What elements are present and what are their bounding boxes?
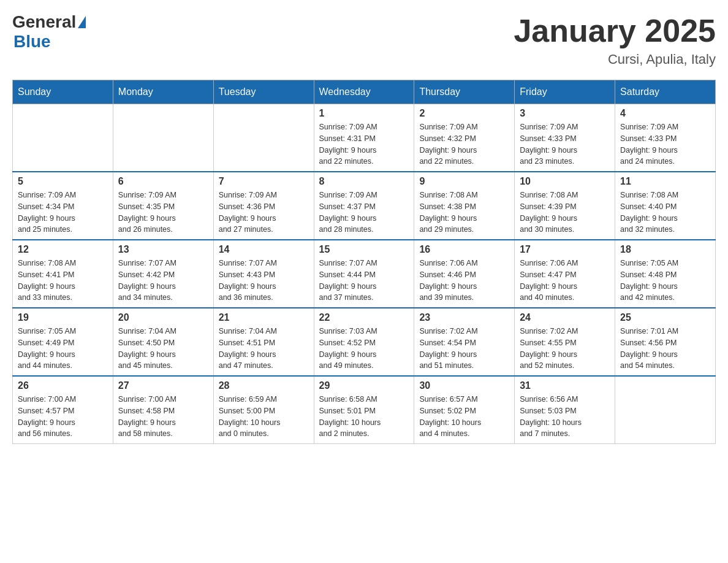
day-info: Sunrise: 6:57 AM Sunset: 5:02 PM Dayligh… <box>419 394 509 440</box>
calendar-cell <box>615 376 716 444</box>
calendar-cell: 13Sunrise: 7:07 AM Sunset: 4:42 PM Dayli… <box>113 240 213 308</box>
day-number: 17 <box>520 244 610 255</box>
calendar-cell: 26Sunrise: 7:00 AM Sunset: 4:57 PM Dayli… <box>13 376 113 444</box>
day-number: 7 <box>219 176 309 187</box>
calendar-cell: 28Sunrise: 6:59 AM Sunset: 5:00 PM Dayli… <box>213 376 314 444</box>
day-info: Sunrise: 7:07 AM Sunset: 4:43 PM Dayligh… <box>219 258 309 304</box>
day-number: 5 <box>18 176 108 187</box>
day-info: Sunrise: 7:01 AM Sunset: 4:56 PM Dayligh… <box>620 326 710 372</box>
calendar-cell: 5Sunrise: 7:09 AM Sunset: 4:34 PM Daylig… <box>13 172 113 240</box>
weekday-header-friday: Friday <box>515 80 615 104</box>
calendar-cell: 25Sunrise: 7:01 AM Sunset: 4:56 PM Dayli… <box>615 308 716 376</box>
day-number: 27 <box>118 380 208 391</box>
day-number: 3 <box>520 108 610 119</box>
day-info: Sunrise: 7:02 AM Sunset: 4:54 PM Dayligh… <box>419 326 509 372</box>
day-number: 12 <box>18 244 108 255</box>
calendar-cell: 1Sunrise: 7:09 AM Sunset: 4:31 PM Daylig… <box>314 104 414 172</box>
day-number: 18 <box>620 244 710 255</box>
day-info: Sunrise: 7:09 AM Sunset: 4:31 PM Dayligh… <box>319 121 409 167</box>
day-info: Sunrise: 7:04 AM Sunset: 4:51 PM Dayligh… <box>219 326 309 372</box>
day-number: 25 <box>620 312 710 323</box>
day-number: 24 <box>520 312 610 323</box>
day-number: 20 <box>118 312 208 323</box>
day-info: Sunrise: 7:08 AM Sunset: 4:40 PM Dayligh… <box>620 190 710 236</box>
day-info: Sunrise: 7:08 AM Sunset: 4:39 PM Dayligh… <box>520 190 610 236</box>
day-number: 8 <box>319 176 409 187</box>
day-number: 30 <box>419 380 509 391</box>
day-info: Sunrise: 7:09 AM Sunset: 4:34 PM Dayligh… <box>18 190 108 236</box>
weekday-header-sunday: Sunday <box>13 80 113 104</box>
calendar-cell: 4Sunrise: 7:09 AM Sunset: 4:33 PM Daylig… <box>615 104 716 172</box>
week-row-2: 5Sunrise: 7:09 AM Sunset: 4:34 PM Daylig… <box>13 172 716 240</box>
day-number: 16 <box>419 244 509 255</box>
day-info: Sunrise: 7:08 AM Sunset: 4:41 PM Dayligh… <box>18 258 108 304</box>
calendar-cell: 2Sunrise: 7:09 AM Sunset: 4:32 PM Daylig… <box>414 104 515 172</box>
calendar-cell: 16Sunrise: 7:06 AM Sunset: 4:46 PM Dayli… <box>414 240 515 308</box>
calendar-cell <box>213 104 314 172</box>
day-number: 15 <box>319 244 409 255</box>
weekday-header-thursday: Thursday <box>414 80 515 104</box>
weekday-header-row: SundayMondayTuesdayWednesdayThursdayFrid… <box>13 80 716 104</box>
calendar-cell: 27Sunrise: 7:00 AM Sunset: 4:58 PM Dayli… <box>113 376 213 444</box>
day-number: 11 <box>620 176 710 187</box>
calendar-cell: 8Sunrise: 7:09 AM Sunset: 4:37 PM Daylig… <box>314 172 414 240</box>
day-number: 29 <box>319 380 409 391</box>
day-info: Sunrise: 7:09 AM Sunset: 4:35 PM Dayligh… <box>118 190 208 236</box>
calendar-cell: 30Sunrise: 6:57 AM Sunset: 5:02 PM Dayli… <box>414 376 515 444</box>
day-info: Sunrise: 7:00 AM Sunset: 4:57 PM Dayligh… <box>18 394 108 440</box>
week-row-5: 26Sunrise: 7:00 AM Sunset: 4:57 PM Dayli… <box>13 376 716 444</box>
day-info: Sunrise: 6:56 AM Sunset: 5:03 PM Dayligh… <box>520 394 610 440</box>
calendar-cell: 10Sunrise: 7:08 AM Sunset: 4:39 PM Dayli… <box>515 172 615 240</box>
weekday-header-monday: Monday <box>113 80 213 104</box>
calendar-cell: 23Sunrise: 7:02 AM Sunset: 4:54 PM Dayli… <box>414 308 515 376</box>
calendar-subtitle: Cursi, Apulia, Italy <box>514 52 716 67</box>
day-number: 28 <box>219 380 309 391</box>
day-number: 2 <box>419 108 509 119</box>
day-info: Sunrise: 7:09 AM Sunset: 4:36 PM Dayligh… <box>219 190 309 236</box>
logo-general-text: General <box>12 12 76 32</box>
calendar-cell: 14Sunrise: 7:07 AM Sunset: 4:43 PM Dayli… <box>213 240 314 308</box>
calendar-cell: 17Sunrise: 7:06 AM Sunset: 4:47 PM Dayli… <box>515 240 615 308</box>
calendar-cell <box>13 104 113 172</box>
day-info: Sunrise: 7:08 AM Sunset: 4:38 PM Dayligh… <box>419 190 509 236</box>
calendar-cell: 15Sunrise: 7:07 AM Sunset: 4:44 PM Dayli… <box>314 240 414 308</box>
day-info: Sunrise: 7:09 AM Sunset: 4:33 PM Dayligh… <box>520 121 610 167</box>
day-number: 22 <box>319 312 409 323</box>
calendar-table: SundayMondayTuesdayWednesdayThursdayFrid… <box>12 80 716 444</box>
calendar-cell: 3Sunrise: 7:09 AM Sunset: 4:33 PM Daylig… <box>515 104 615 172</box>
calendar-cell: 24Sunrise: 7:02 AM Sunset: 4:55 PM Dayli… <box>515 308 615 376</box>
day-info: Sunrise: 6:59 AM Sunset: 5:00 PM Dayligh… <box>219 394 309 440</box>
day-info: Sunrise: 7:09 AM Sunset: 4:37 PM Dayligh… <box>319 190 409 236</box>
day-info: Sunrise: 7:05 AM Sunset: 4:48 PM Dayligh… <box>620 258 710 304</box>
calendar-cell: 7Sunrise: 7:09 AM Sunset: 4:36 PM Daylig… <box>213 172 314 240</box>
calendar-cell <box>113 104 213 172</box>
day-number: 31 <box>520 380 610 391</box>
day-info: Sunrise: 7:07 AM Sunset: 4:42 PM Dayligh… <box>118 258 208 304</box>
day-number: 21 <box>219 312 309 323</box>
day-number: 14 <box>219 244 309 255</box>
weekday-header-saturday: Saturday <box>615 80 716 104</box>
day-number: 26 <box>18 380 108 391</box>
day-info: Sunrise: 7:02 AM Sunset: 4:55 PM Dayligh… <box>520 326 610 372</box>
calendar-cell: 11Sunrise: 7:08 AM Sunset: 4:40 PM Dayli… <box>615 172 716 240</box>
calendar-cell: 21Sunrise: 7:04 AM Sunset: 4:51 PM Dayli… <box>213 308 314 376</box>
logo-triangle-icon <box>78 16 86 28</box>
day-number: 4 <box>620 108 710 119</box>
calendar-cell: 9Sunrise: 7:08 AM Sunset: 4:38 PM Daylig… <box>414 172 515 240</box>
day-info: Sunrise: 7:06 AM Sunset: 4:46 PM Dayligh… <box>419 258 509 304</box>
calendar-title: January 2025 <box>514 12 716 49</box>
day-info: Sunrise: 7:04 AM Sunset: 4:50 PM Dayligh… <box>118 326 208 372</box>
day-info: Sunrise: 7:09 AM Sunset: 4:32 PM Dayligh… <box>419 121 509 167</box>
day-info: Sunrise: 7:05 AM Sunset: 4:49 PM Dayligh… <box>18 326 108 372</box>
day-number: 9 <box>419 176 509 187</box>
day-number: 19 <box>18 312 108 323</box>
calendar-cell: 20Sunrise: 7:04 AM Sunset: 4:50 PM Dayli… <box>113 308 213 376</box>
day-number: 1 <box>319 108 409 119</box>
day-number: 6 <box>118 176 208 187</box>
day-info: Sunrise: 7:07 AM Sunset: 4:44 PM Dayligh… <box>319 258 409 304</box>
day-number: 13 <box>118 244 208 255</box>
calendar-cell: 19Sunrise: 7:05 AM Sunset: 4:49 PM Dayli… <box>13 308 113 376</box>
weekday-header-tuesday: Tuesday <box>213 80 314 104</box>
logo: General Blue <box>12 12 86 52</box>
calendar-cell: 12Sunrise: 7:08 AM Sunset: 4:41 PM Dayli… <box>13 240 113 308</box>
